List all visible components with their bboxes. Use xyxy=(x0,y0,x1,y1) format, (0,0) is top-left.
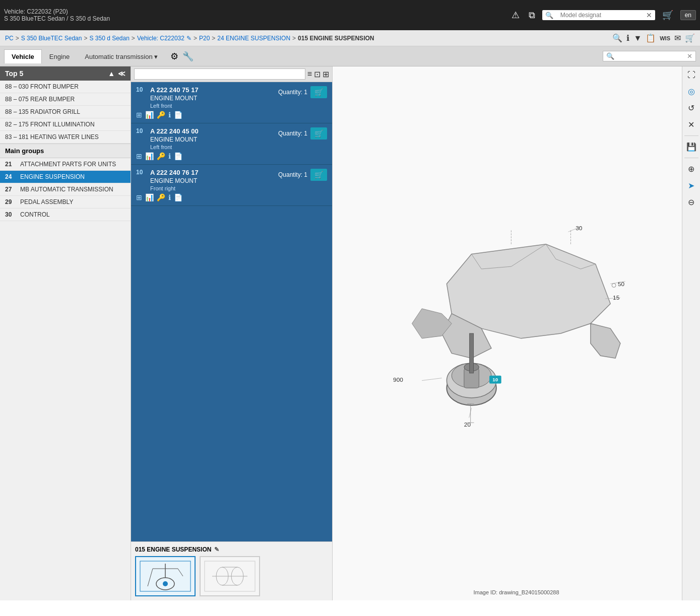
parts-expand-icon[interactable]: ⊞ xyxy=(323,70,329,79)
breadcrumb: PC > S 350 BlueTEC Sedan > S 350 d Sedan… xyxy=(5,35,374,42)
left-panel: Top 5 ▲ ≪ 88 – 030 FRONT BUMPER 88 – 075… xyxy=(0,66,131,600)
top5-item-5[interactable]: 83 – 181 HEATING WATER LINES xyxy=(0,131,131,144)
eye-icon[interactable]: ◎ xyxy=(686,85,697,98)
breadcrumb-vehicle[interactable]: Vehicle: C222032 xyxy=(137,35,184,42)
part-2-grid-icon[interactable]: ⊞ xyxy=(136,152,142,160)
thumbnails xyxy=(135,556,328,596)
part-2-info-icon[interactable]: ℹ xyxy=(168,152,171,160)
history-icon[interactable]: ↺ xyxy=(686,101,696,115)
part-3-key-icon[interactable]: 🔑 xyxy=(157,193,165,201)
thumbnail-2[interactable] xyxy=(200,556,260,596)
tab-search-clear[interactable]: ✕ xyxy=(687,52,692,60)
search-clear-icon[interactable]: ✕ xyxy=(646,11,652,19)
part-1-number: A 222 240 75 17 xyxy=(150,86,199,94)
model-search-input[interactable] xyxy=(560,12,641,19)
lang-button[interactable]: en xyxy=(680,10,696,20)
parts-filter-input[interactable] xyxy=(134,69,305,80)
main-groups-header: Main groups xyxy=(0,144,131,158)
part-1-info-icon[interactable]: ℹ xyxy=(168,111,171,119)
breadcrumb-mail-icon[interactable]: ✉ xyxy=(674,33,681,43)
label-15: 15 xyxy=(613,294,620,301)
bottom-edit-icon[interactable]: ✎ xyxy=(214,546,219,553)
tab-vehicle[interactable]: Vehicle xyxy=(4,49,42,63)
part-2-key-icon[interactable]: 🔑 xyxy=(157,152,165,160)
breadcrumb-doc-icon[interactable]: 📋 xyxy=(646,33,656,43)
tab-engine[interactable]: Engine xyxy=(42,49,77,63)
part-1-chart-icon[interactable]: 📊 xyxy=(145,111,154,119)
breadcrumb-info-icon[interactable]: ℹ xyxy=(626,33,629,43)
part-1-pos: 10 xyxy=(136,86,146,93)
part-3-info-icon[interactable]: ℹ xyxy=(168,193,171,201)
right-toolbar: ⛶ ◎ ↺ ✕ 💾 ⊕ ➤ ⊖ xyxy=(682,66,700,600)
label-900: 900 xyxy=(393,376,403,383)
breadcrumb-s350d[interactable]: S 350 d Sedan xyxy=(89,35,129,42)
thumbnail-1-svg xyxy=(138,559,193,594)
close-x-icon[interactable]: ✕ xyxy=(686,118,696,131)
group-item-29[interactable]: 29 PEDAL ASSEMBLY xyxy=(0,196,131,209)
warning-button[interactable]: ⚠ xyxy=(510,9,522,22)
breadcrumb-p20[interactable]: P20 xyxy=(199,35,210,42)
breadcrumb-engine-suspension-24[interactable]: 24 ENGINE SUSPENSION xyxy=(217,35,290,42)
top5-minimize-icon[interactable]: ≪ xyxy=(118,70,125,78)
fullscreen-icon[interactable]: ⛶ xyxy=(685,69,697,82)
part-2-doc-icon[interactable]: 📄 xyxy=(174,152,182,160)
vehicle-edit-icon[interactable]: ✎ xyxy=(186,35,192,42)
parts-list-icon[interactable]: ≡ xyxy=(307,70,312,79)
part-1-grid-icon[interactable]: ⊞ xyxy=(136,111,142,119)
part-2-name: ENGINE MOUNT xyxy=(150,136,199,143)
group-item-24[interactable]: 24 ENGINE SUSPENSION xyxy=(0,171,131,183)
model-search-box[interactable]: 🔍 ✕ xyxy=(542,10,655,20)
breadcrumb-pc[interactable]: PC xyxy=(5,35,14,42)
part-3-grid-icon[interactable]: ⊞ xyxy=(136,193,142,201)
label-20: 20 xyxy=(464,421,471,428)
part-1-key-icon[interactable]: 🔑 xyxy=(157,111,165,119)
tab-tools-icon[interactable]: 🔧 xyxy=(182,51,194,62)
top5-item-3[interactable]: 88 – 135 RADIATOR GRILL xyxy=(0,106,131,118)
tab-bar: Vehicle Engine Automatic transmission ▾ … xyxy=(0,46,700,66)
group-item-27[interactable]: 27 MB AUTOMATIC TRANSMISSION xyxy=(0,183,131,196)
breadcrumb-zoom-icon[interactable]: 🔍 xyxy=(612,33,622,43)
breadcrumb-s350-bluetec[interactable]: S 350 BlueTEC Sedan xyxy=(21,35,82,42)
breadcrumb-cart-icon[interactable]: 🛒 xyxy=(685,33,695,43)
part-2-pos: 10 xyxy=(136,127,146,134)
right-panel: 10 30 50 15 900 20 xyxy=(333,66,700,600)
thumbnail-1[interactable] xyxy=(135,556,196,596)
tab-settings-icon[interactable]: ⚙ xyxy=(170,51,178,62)
tab-automatic-transmission[interactable]: Automatic transmission ▾ xyxy=(77,49,165,63)
group-item-21[interactable]: 21 ATTACHMENT PARTS FOR UNITS xyxy=(0,158,131,171)
part-1-doc-icon[interactable]: 📄 xyxy=(174,111,182,119)
label-30: 30 xyxy=(576,225,583,232)
parts-toolbar: ≡ ⊡ ⊞ xyxy=(131,66,332,82)
part-3-doc-icon[interactable]: 📄 xyxy=(174,193,182,201)
tab-search-input[interactable] xyxy=(616,53,687,60)
top5-title: Top 5 xyxy=(5,70,23,78)
tab-search-box[interactable]: 🔍 ✕ xyxy=(603,51,696,61)
copy-button[interactable]: ⧉ xyxy=(527,9,537,22)
label-50: 50 xyxy=(618,281,625,288)
breadcrumb-current: 015 ENGINE SUSPENSION xyxy=(298,35,374,42)
zoom-out-icon[interactable]: ⊖ xyxy=(686,195,696,209)
part-3-chart-icon[interactable]: 📊 xyxy=(145,193,154,201)
top5-item-2[interactable]: 88 – 075 REAR BUMPER xyxy=(0,93,131,106)
part-3-cart-button[interactable]: 🛒 xyxy=(310,169,327,181)
top5-item-1[interactable]: 88 – 030 FRONT BUMPER xyxy=(0,81,131,93)
breadcrumb-filter-icon[interactable]: ▼ xyxy=(633,34,642,43)
center-panel: ≡ ⊡ ⊞ 10 A 222 240 75 17 ENGINE MOUNT Le… xyxy=(131,66,333,600)
part-1-cart-button[interactable]: 🛒 xyxy=(310,86,327,98)
part-3-pos: 10 xyxy=(136,169,146,176)
part-3-name: ENGINE MOUNT xyxy=(150,177,199,184)
part-2-cart-button[interactable]: 🛒 xyxy=(310,127,327,140)
breadcrumb-bar: PC > S 350 BlueTEC Sedan > S 350 d Sedan… xyxy=(0,30,700,46)
breadcrumb-wis-icon[interactable]: WIS xyxy=(660,35,670,41)
cart-button[interactable]: 🛒 xyxy=(660,9,675,22)
part-2-qty-label: Quantity: 1 xyxy=(278,130,307,137)
top-bar: Vehicle: C222032 (P20) S 350 BlueTEC Sed… xyxy=(0,0,700,30)
part-2-chart-icon[interactable]: 📊 xyxy=(145,152,154,160)
group-item-30[interactable]: 30 CONTROL xyxy=(0,209,131,221)
zoom-in-icon[interactable]: ⊕ xyxy=(686,162,696,176)
parts-grid-icon[interactable]: ⊡ xyxy=(314,70,321,79)
top5-item-4[interactable]: 82 – 175 FRONT ILLUMINATION xyxy=(0,118,131,131)
arrow-right-icon[interactable]: ➤ xyxy=(686,179,696,192)
save-icon[interactable]: 💾 xyxy=(684,140,698,154)
top5-collapse-icon[interactable]: ▲ xyxy=(108,70,115,78)
